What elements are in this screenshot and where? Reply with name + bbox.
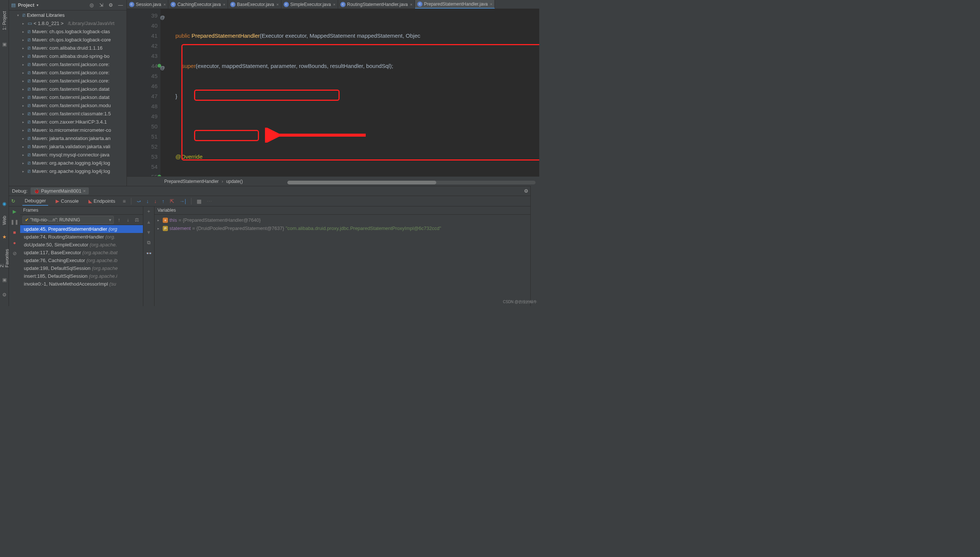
- trace-icon[interactable]: ⋯: [207, 198, 212, 204]
- stack-frame[interactable]: doUpdate:50, SimpleExecutor (org.apache.: [20, 241, 143, 249]
- variables-list[interactable]: ▸ ≡ this = {PreparedStatementHandler@764…: [154, 215, 539, 306]
- glasses-icon[interactable]: 👓: [146, 250, 152, 256]
- camera-icon[interactable]: ▣: [2, 277, 7, 283]
- library-node[interactable]: ▸⎚Maven: io.micrometer:micrometer-co: [9, 126, 127, 134]
- breadcrumb-class[interactable]: PreparedStatementHandler: [164, 179, 219, 184]
- editor-tab[interactable]: CSimpleExecutor.java×: [281, 0, 338, 8]
- library-node[interactable]: ▸⎚Maven: com.fasterxml.jackson.datat: [9, 85, 127, 93]
- gear-icon[interactable]: ⚙: [107, 2, 115, 9]
- tab-debugger[interactable]: Debugger: [23, 196, 48, 206]
- evaluate-icon[interactable]: ▦: [197, 198, 202, 204]
- run-to-cursor-icon[interactable]: →|: [179, 198, 186, 204]
- editor-breadcrumb[interactable]: PreparedStatementHandler › update(): [127, 176, 539, 186]
- step-over-icon[interactable]: ⤻: [137, 198, 141, 204]
- editor-tab[interactable]: CPreparedStatementHandler.java×: [415, 0, 495, 8]
- library-node[interactable]: ▸⎚Maven: com.zaxxer:HikariCP:3.4.1: [9, 118, 127, 126]
- hide-icon[interactable]: —: [117, 2, 124, 9]
- expand-arrow-icon[interactable]: ▸: [23, 126, 26, 134]
- mute-breakpoints-icon[interactable]: ⊘: [11, 250, 18, 256]
- expand-arrow-icon[interactable]: ▸: [23, 93, 26, 101]
- expand-arrow-icon[interactable]: ▸: [23, 28, 26, 36]
- expand-arrow-icon[interactable]: ▸: [23, 110, 26, 118]
- close-icon[interactable]: ×: [163, 2, 166, 7]
- editor-tab[interactable]: CBaseExecutor.java×: [228, 0, 281, 8]
- library-node[interactable]: ▸⎚Maven: jakarta.validation:jakarta.vali: [9, 143, 127, 151]
- step-out-icon[interactable]: ↑: [162, 198, 164, 204]
- close-icon[interactable]: ×: [276, 2, 278, 7]
- stack-frame[interactable]: invoke0:-1, NativeMethodAccessorImpl (su: [20, 280, 143, 288]
- variable-row[interactable]: ▸ ≡ this = {PreparedStatementHandler@764…: [158, 216, 536, 224]
- close-icon[interactable]: ×: [223, 2, 226, 7]
- stack-frame[interactable]: update:74, RoutingStatementHandler (org.: [20, 233, 143, 241]
- threads-icon[interactable]: ≡: [123, 198, 126, 204]
- expand-arrow-icon[interactable]: ▸: [23, 143, 26, 151]
- library-node[interactable]: ▸⎚Maven: mysql:mysql-connector-java: [9, 151, 127, 159]
- frames-list[interactable]: update:45, PreparedStatementHandler (org…: [20, 225, 143, 306]
- code-editor[interactable]: 39@4041424344@4546474849505152535455@ pu…: [127, 9, 539, 176]
- down-icon[interactable]: ▼: [146, 229, 152, 236]
- stack-frame[interactable]: update:117, BaseExecutor (org.apache.iba…: [20, 249, 143, 256]
- gear-icon[interactable]: ⚙: [524, 188, 528, 194]
- jdk-node[interactable]: ▸ ▭ < 1.8.0_221 > /Library/Java/JavaVirt: [9, 20, 127, 28]
- expand-arrow-icon[interactable]: ▸: [23, 36, 26, 44]
- expand-arrow-icon[interactable]: ▸: [158, 224, 161, 233]
- expand-arrow-icon[interactable]: ▸: [158, 216, 161, 224]
- stack-frame[interactable]: update:45, PreparedStatementHandler (org: [20, 225, 143, 233]
- library-node[interactable]: ▸⎚Maven: ch.qos.logback:logback-core: [9, 36, 127, 44]
- library-node[interactable]: ▸⎚Maven: org.apache.logging.log4j:log: [9, 159, 127, 167]
- stop-icon[interactable]: ■: [11, 229, 18, 236]
- library-node[interactable]: ▸⎚Maven: com.fasterxml.jackson.datat: [9, 93, 127, 101]
- expand-arrow-icon[interactable]: ▸: [23, 77, 26, 85]
- project-view-dropdown[interactable]: ▾: [37, 3, 39, 7]
- pause-icon[interactable]: ❚❚: [11, 218, 18, 225]
- stack-frame[interactable]: update:198, DefaultSqlSession (org.apach…: [20, 264, 143, 272]
- filter-icon[interactable]: ⚖: [133, 216, 141, 224]
- stack-frame[interactable]: update:76, CachingExecutor (org.apache.i…: [20, 256, 143, 264]
- library-node[interactable]: ▸⎚Maven: com.fasterxml.jackson.modu: [9, 101, 127, 110]
- library-node[interactable]: ▸⎚Maven: com.alibaba:druid-spring-bo: [9, 52, 127, 60]
- settings-icon[interactable]: ⚙: [2, 292, 7, 298]
- project-tool-button[interactable]: 1: Project: [2, 11, 7, 30]
- library-node[interactable]: ▸⎚Maven: ch.qos.logback:logback-clas: [9, 28, 127, 36]
- expand-arrow-icon[interactable]: ▸: [23, 69, 26, 77]
- breadcrumb-method[interactable]: update(): [226, 179, 243, 184]
- external-libraries-node[interactable]: ▾ ⎚ External Libraries: [9, 11, 127, 20]
- expand-arrow-icon[interactable]: ▸: [23, 44, 26, 52]
- force-step-into-icon[interactable]: ↓: [154, 198, 157, 204]
- horizontal-scrollbar[interactable]: [288, 181, 536, 184]
- step-into-icon[interactable]: ↓: [146, 198, 149, 204]
- library-node[interactable]: ▸⎚Maven: com.fasterxml:classmate:1.5: [9, 110, 127, 118]
- close-icon[interactable]: ×: [83, 188, 86, 194]
- add-watch-icon[interactable]: ＋: [146, 208, 152, 215]
- expand-arrow-icon[interactable]: ▸: [23, 60, 26, 69]
- project-view-title[interactable]: Project: [18, 2, 34, 8]
- close-icon[interactable]: ×: [490, 2, 492, 7]
- expand-arrow-icon[interactable]: ▸: [23, 159, 26, 167]
- library-node[interactable]: ▸⎚Maven: com.fasterxml.jackson.core:: [9, 60, 127, 69]
- close-icon[interactable]: ×: [410, 2, 412, 7]
- tab-console[interactable]: ▶Console: [54, 197, 81, 205]
- drop-frame-icon[interactable]: ⇱: [170, 198, 174, 204]
- expand-arrow-icon[interactable]: ▾: [17, 11, 21, 20]
- expand-arrow-icon[interactable]: ▸: [23, 167, 26, 176]
- copy-icon[interactable]: ⧉: [146, 239, 152, 246]
- tab-endpoints[interactable]: ◣Endpoints: [86, 197, 117, 205]
- editor-tab[interactable]: CSession.java×: [127, 0, 168, 8]
- library-node[interactable]: ▸⎚Maven: com.alibaba:druid:1.1.16: [9, 44, 127, 52]
- favorites-tool-button[interactable]: 2: Favorites: [0, 249, 10, 267]
- stack-frame[interactable]: insert:185, DefaultSqlSession (org.apach…: [20, 272, 143, 280]
- web-tool-button[interactable]: Web: [2, 216, 7, 225]
- target-icon[interactable]: ◎: [88, 2, 95, 9]
- library-node[interactable]: ▸⎚Maven: com.fasterxml.jackson.core:: [9, 77, 127, 85]
- expand-arrow-icon[interactable]: ▸: [23, 52, 26, 60]
- code-area[interactable]: public PreparedStatementHandler(Executor…: [161, 9, 539, 176]
- rerun-icon[interactable]: ↻: [11, 198, 15, 204]
- expand-arrow-icon[interactable]: ▸: [23, 20, 26, 28]
- library-node[interactable]: ▸⎚Maven: com.fasterxml.jackson.core:: [9, 69, 127, 77]
- run-configuration[interactable]: 🐞 PaymentMain8001 ×: [31, 187, 89, 194]
- next-frame-icon[interactable]: ↓: [124, 216, 132, 224]
- expand-arrow-icon[interactable]: ▸: [23, 151, 26, 159]
- library-node[interactable]: ▸⎚Maven: jakarta.annotation:jakarta.an: [9, 134, 127, 143]
- project-tree[interactable]: ▾ ⎚ External Libraries ▸ ▭ < 1.8.0_221 >…: [9, 10, 127, 176]
- expand-arrow-icon[interactable]: ▸: [23, 118, 26, 126]
